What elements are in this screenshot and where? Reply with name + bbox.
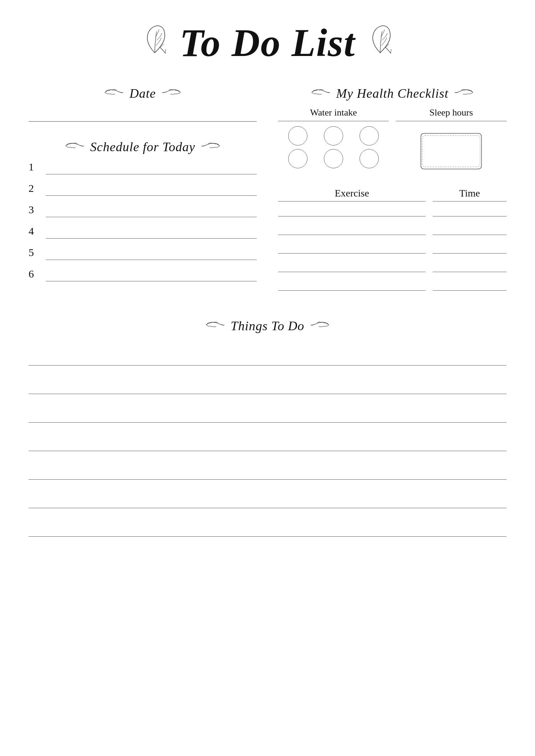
water-circle-1[interactable] [288, 126, 307, 145]
health-header: My Health Checklist [278, 86, 506, 101]
schedule-right-leaf [201, 142, 220, 152]
schedule-line-6[interactable] [46, 269, 257, 281]
schedule-item-1: 1 [29, 161, 257, 174]
todo-line-4[interactable] [29, 430, 506, 451]
things-right-leaf [310, 321, 330, 331]
schedule-header: Schedule for Today [29, 139, 257, 154]
exercise-row-5 [278, 279, 506, 291]
schedule-line-3[interactable] [46, 205, 257, 217]
schedule-num-5: 5 [29, 246, 39, 260]
exercise-row-1 [278, 204, 506, 216]
things-section: Things To Do [29, 318, 506, 537]
left-column: Date [29, 86, 257, 297]
water-circle-4[interactable] [288, 149, 307, 168]
main-columns: Date [29, 86, 506, 297]
exercise-col-label: Exercise [278, 188, 426, 201]
exercise-field-3[interactable] [278, 241, 426, 254]
exercise-row-3 [278, 241, 506, 254]
schedule-num-4: 4 [29, 225, 39, 239]
health-right-leaf [454, 88, 474, 98]
schedule-num-6: 6 [29, 268, 39, 281]
schedule-section: Schedule for Today 1 [29, 139, 257, 281]
sleep-hours-label: Sleep hours [396, 107, 506, 121]
exercise-field-5[interactable] [278, 279, 426, 291]
schedule-left-leaf [65, 142, 85, 152]
page-title: To Do List [180, 21, 356, 65]
sleep-box-wrapper [396, 126, 506, 176]
date-left-leaf [104, 88, 124, 98]
schedule-item-5: 5 [29, 246, 257, 260]
schedule-item-6: 6 [29, 268, 257, 281]
schedule-num-2: 2 [29, 182, 39, 196]
right-leaf-icon [366, 24, 394, 62]
date-field-1[interactable] [29, 107, 257, 122]
water-intake-label: Water intake [278, 107, 389, 121]
schedule-line-4[interactable] [46, 226, 257, 239]
schedule-num-3: 3 [29, 204, 39, 217]
todo-lines-container [29, 344, 506, 537]
sleep-rect-svg [417, 130, 485, 173]
water-sleep-row: Water intake Sleep hours [278, 107, 506, 176]
schedule-item-3: 3 [29, 204, 257, 217]
exercise-field-1[interactable] [278, 204, 426, 216]
title-area: To Do List [29, 21, 506, 65]
right-column: My Health Checklist [278, 86, 506, 297]
schedule-num-1: 1 [29, 161, 39, 174]
exercise-header-row: Exercise Time [278, 188, 506, 201]
things-label: Things To Do [231, 318, 305, 333]
todo-line-1[interactable] [29, 344, 506, 366]
exercise-section: Exercise Time [278, 188, 506, 291]
schedule-label: Schedule for Today [90, 139, 195, 154]
health-left-leaf [311, 88, 331, 98]
todo-line-6[interactable] [29, 487, 506, 508]
date-right-leaf [162, 88, 181, 98]
left-leaf-icon [141, 24, 169, 62]
exercise-row-2 [278, 223, 506, 235]
date-header: Date [29, 86, 257, 101]
time-field-2[interactable] [433, 223, 506, 235]
schedule-line-1[interactable] [46, 162, 257, 174]
exercise-field-2[interactable] [278, 223, 426, 235]
water-circles-grid [278, 126, 389, 168]
time-field-4[interactable] [433, 260, 506, 272]
health-section: My Health Checklist [278, 86, 506, 291]
time-col-label: Time [433, 188, 506, 201]
exercise-field-4[interactable] [278, 260, 426, 272]
things-header: Things To Do [29, 318, 506, 333]
date-label: Date [129, 86, 156, 101]
exercise-row-4 [278, 260, 506, 272]
schedule-line-2[interactable] [46, 184, 257, 196]
todo-line-3[interactable] [29, 401, 506, 423]
time-field-3[interactable] [433, 241, 506, 254]
time-field-1[interactable] [433, 204, 506, 216]
schedule-item-4: 4 [29, 225, 257, 239]
todo-line-7[interactable] [29, 515, 506, 537]
todo-line-2[interactable] [29, 373, 506, 394]
todo-line-5[interactable] [29, 458, 506, 480]
schedule-item-2: 2 [29, 182, 257, 196]
date-section: Date [29, 86, 257, 122]
time-field-5[interactable] [433, 279, 506, 291]
water-circle-5[interactable] [324, 149, 343, 168]
water-intake-block: Water intake [278, 107, 389, 168]
water-circle-2[interactable] [324, 126, 343, 145]
page: To Do List [0, 0, 535, 756]
schedule-line-5[interactable] [46, 248, 257, 260]
water-circle-3[interactable] [360, 126, 379, 145]
things-left-leaf [205, 321, 225, 331]
sleep-hours-block: Sleep hours [396, 107, 506, 176]
health-label: My Health Checklist [336, 86, 449, 101]
water-circle-6[interactable] [360, 149, 379, 168]
